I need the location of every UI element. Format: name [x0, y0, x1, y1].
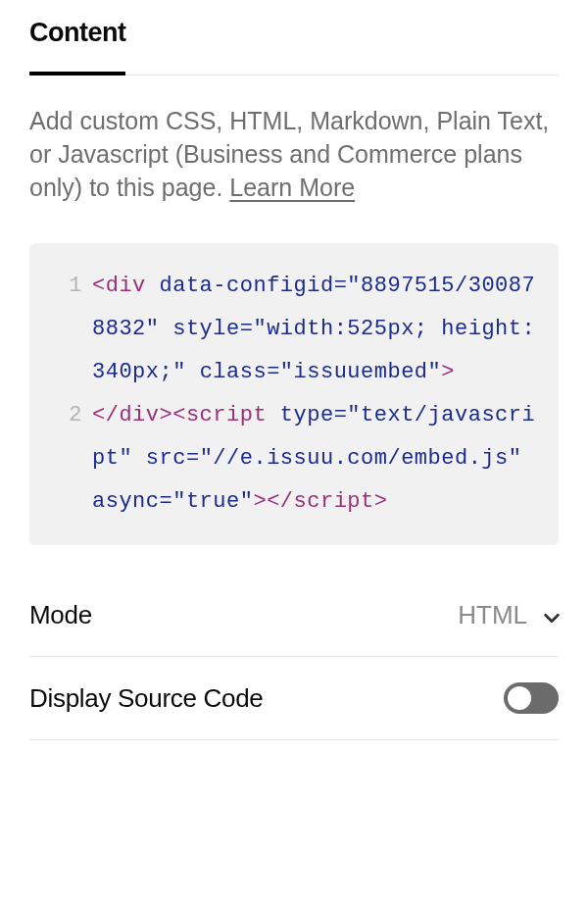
description-text: Add custom CSS, HTML, Markdown, Plain Te…: [29, 105, 559, 204]
attr-name: type: [280, 403, 334, 427]
attr-name: async: [92, 489, 160, 514]
chevron-down-icon: [541, 607, 559, 625]
code-line-2: 2</div><script type="text/javascript" sr…: [47, 394, 541, 524]
tab-content[interactable]: Content: [29, 10, 125, 75]
attr-name: src: [146, 446, 186, 471]
mode-value: HTML: [458, 600, 527, 630]
display-source-toggle[interactable]: [504, 682, 559, 714]
code-editor[interactable]: 1<div data-configid="8897515/300878832" …: [29, 243, 559, 545]
tag-open-div: <div: [92, 274, 146, 298]
tag-close-div: </div>: [92, 403, 172, 427]
gutter-1: 1: [67, 265, 92, 308]
attr-value: //e.issuu.com/embed.js: [213, 446, 508, 471]
display-source-label: Display Source Code: [29, 683, 264, 714]
tab-bar: Content: [29, 10, 559, 75]
display-source-row: Display Source Code: [29, 657, 559, 740]
tag-open-script: <script: [172, 403, 267, 427]
code-line-1: 1<div data-configid="8897515/300878832" …: [47, 265, 541, 394]
attr-name: class: [200, 360, 268, 384]
attr-name: data-configid: [160, 274, 334, 298]
tag-close: >: [441, 360, 455, 384]
toggle-knob: [508, 686, 531, 710]
mode-row[interactable]: Mode HTML: [29, 575, 559, 657]
attr-value: issuuembed: [294, 360, 428, 384]
tag-close-script: </script>: [267, 489, 387, 514]
gutter-2: 2: [67, 394, 92, 437]
learn-more-link[interactable]: Learn More: [229, 174, 355, 201]
attr-value: true: [186, 489, 240, 514]
mode-value-wrap: HTML: [458, 600, 559, 630]
mode-label: Mode: [29, 600, 92, 630]
attr-name: style: [172, 317, 240, 341]
